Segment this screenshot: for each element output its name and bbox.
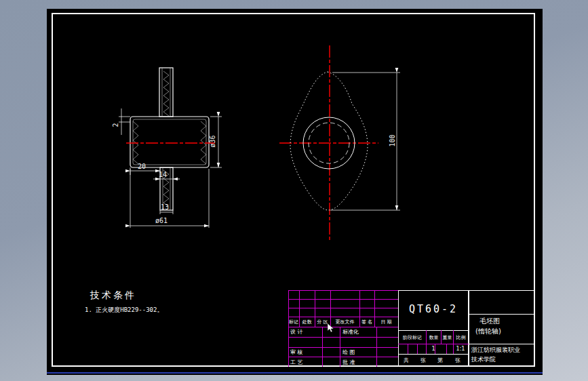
role-approve: 批 准 bbox=[342, 359, 355, 366]
rev-header-riqi: 日 期 bbox=[374, 319, 398, 325]
role-process: 工 艺 bbox=[290, 359, 303, 366]
grid-line bbox=[340, 327, 340, 367]
sheet-total-unit: 张 bbox=[420, 357, 426, 364]
grid-line bbox=[288, 299, 398, 300]
sheet-total-label: 共 bbox=[404, 357, 409, 364]
tech-conditions-line: 1. 正火硬度HB229--302。 bbox=[85, 306, 163, 315]
grid-line bbox=[398, 354, 469, 355]
scale-value: 1:1 bbox=[453, 346, 468, 352]
stage-label: 阶段标记 bbox=[399, 334, 426, 341]
upper-shaft-outline bbox=[159, 68, 173, 117]
layout-bottom-edge bbox=[47, 372, 543, 374]
grid-line bbox=[288, 290, 398, 291]
grid-line bbox=[469, 344, 535, 344]
title-block-middle-box bbox=[398, 290, 469, 367]
dim-label-d36: ø36 bbox=[209, 135, 216, 147]
grid-line bbox=[288, 357, 398, 357]
drawing-name-line1: 毛坯图 bbox=[479, 317, 500, 326]
sheet-no-label: 第 bbox=[437, 357, 443, 364]
dim-label-14: 14 bbox=[159, 171, 167, 178]
grid-line bbox=[398, 330, 469, 331]
role-standardization: 标准化 bbox=[342, 328, 359, 336]
side-view bbox=[290, 72, 368, 210]
sheet-no-unit: 张 bbox=[455, 357, 460, 364]
grid-line bbox=[288, 337, 398, 338]
grid-line bbox=[288, 290, 289, 367]
drawing-canvas[interactable]: 2 20 14 13 ø61 ø36 100 技术条件 1. 正火硬度HB229… bbox=[47, 9, 543, 375]
grid-line bbox=[288, 347, 398, 348]
role-design: 设 计 bbox=[290, 328, 303, 336]
rev-header-qianming: 签 名 bbox=[359, 319, 374, 325]
dim-label-100: 100 bbox=[389, 134, 396, 146]
qty-value: 1 bbox=[426, 346, 441, 352]
dim-label-13: 13 bbox=[161, 203, 169, 211]
qty-label: 数量 bbox=[427, 334, 441, 341]
grid-line bbox=[322, 327, 323, 367]
rev-header-biaoji: 标记 bbox=[288, 319, 299, 325]
grid-line bbox=[469, 314, 535, 315]
dim-label-20: 20 bbox=[138, 163, 146, 170]
scale-label: 比例 bbox=[454, 334, 468, 341]
rev-header-chushu: 处数 bbox=[299, 319, 315, 325]
grid-line bbox=[408, 344, 408, 354]
dim-label-d61: ø61 bbox=[155, 217, 168, 224]
hub-outline bbox=[130, 117, 209, 167]
grid-line bbox=[417, 344, 418, 354]
grid-line bbox=[288, 327, 398, 327]
cad-application-background: 2 20 14 13 ø61 ø36 100 技术条件 1. 正火硬度HB229… bbox=[0, 0, 588, 381]
role-draw: 绘 图 bbox=[342, 348, 355, 356]
mouse-cursor-icon bbox=[328, 323, 336, 333]
mass-label: 重量 bbox=[442, 334, 453, 341]
front-view-inner-lines bbox=[133, 68, 206, 210]
blank-outline bbox=[290, 72, 368, 210]
grid-line bbox=[398, 344, 469, 344]
tech-conditions-title: 技术条件 bbox=[90, 289, 136, 302]
org-name-line2: 技术学院 bbox=[471, 355, 496, 364]
hatch-upper-shaft bbox=[163, 71, 169, 116]
grid-line bbox=[288, 317, 398, 317]
grid-line bbox=[446, 344, 447, 354]
org-name-line1: 浙江纺织服装职业 bbox=[471, 346, 520, 355]
part-code: QT60-2 bbox=[398, 303, 469, 315]
role-review: 审 核 bbox=[290, 348, 303, 356]
dim-label-2: 2 bbox=[112, 123, 119, 127]
grid-line bbox=[288, 308, 398, 308]
grid-line bbox=[376, 327, 377, 367]
drawing-name-line2: (惰轮轴) bbox=[475, 327, 501, 336]
front-view bbox=[130, 68, 209, 210]
